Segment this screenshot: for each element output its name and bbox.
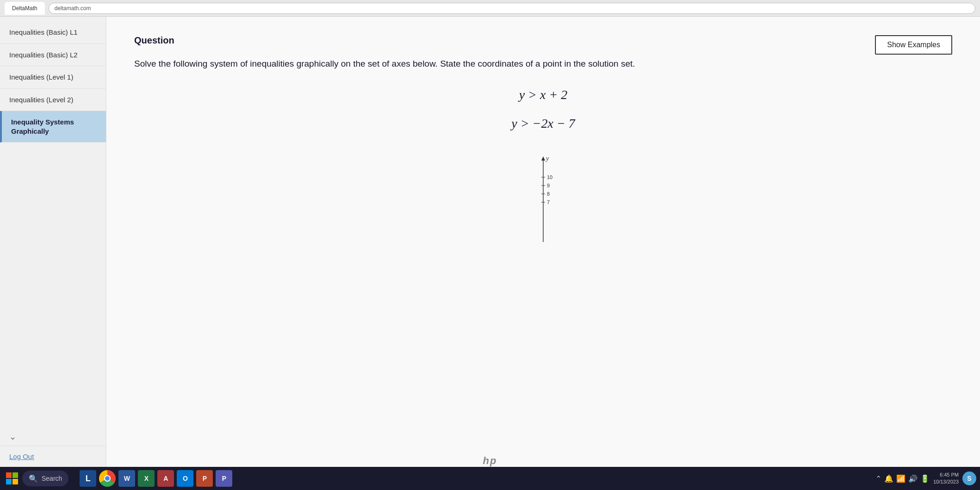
svg-rect-14	[12, 479, 18, 484]
volume-icon[interactable]: 🔊	[908, 474, 918, 483]
equation1: y > x + 2	[519, 87, 568, 102]
taskbar-search[interactable]: 🔍 Search	[22, 471, 68, 486]
windows-start-button[interactable]	[4, 470, 20, 487]
taskbar-app-l[interactable]: L	[80, 470, 96, 487]
sidebar-spacer	[0, 143, 106, 428]
svg-text:y: y	[545, 155, 549, 162]
sidebar-item-inequalities-basic-l1[interactable]: Inequalities (Basic) L1	[0, 21, 106, 44]
chrome-inner	[104, 475, 111, 482]
taskbar-app-outlook[interactable]: O	[177, 470, 193, 487]
question-header: Question	[134, 35, 952, 46]
taskbar: 🔍 Search L W X A O P P ⌃ 🔔 📶 🔊 🔋 6:45 PM…	[0, 467, 980, 490]
time: 6:45 PM	[933, 471, 959, 478]
chevron-icon[interactable]: ⌃	[875, 474, 881, 483]
taskbar-app-chrome[interactable]	[99, 470, 116, 487]
wifi-icon: 📶	[896, 474, 906, 483]
hp-logo: hp	[483, 455, 497, 467]
taskbar-app-pp2[interactable]: P	[216, 470, 232, 487]
content-area: Question Show Examples Solve the followi…	[106, 17, 980, 467]
search-label: Search	[42, 475, 62, 482]
taskbar-sys-tray: ⌃ 🔔 📶 🔊 🔋 6:45 PM 10/13/2023 S	[875, 471, 976, 486]
svg-rect-13	[6, 479, 12, 484]
taskbar-avatar[interactable]: S	[962, 471, 976, 485]
date: 10/13/2023	[933, 478, 959, 485]
sidebar: Inequalities (Basic) L1 Inequalities (Ba…	[0, 17, 106, 467]
sys-icons: ⌃ 🔔 📶 🔊 🔋	[875, 474, 930, 483]
browser-bar: DeltaMath deltamath.com	[0, 0, 980, 17]
show-examples-button[interactable]: Show Examples	[875, 35, 952, 55]
sidebar-item-inequalities-basic-l2[interactable]: Inequalities (Basic) L2	[0, 44, 106, 67]
notification-icon[interactable]: 🔔	[884, 474, 893, 483]
taskbar-apps: L W X A O P P	[80, 470, 232, 487]
svg-rect-12	[12, 472, 18, 478]
taskbar-app-excel[interactable]: X	[138, 470, 155, 487]
url-bar[interactable]: deltamath.com	[49, 3, 975, 14]
search-icon: 🔍	[29, 474, 38, 483]
browser-tab[interactable]: DeltaMath	[5, 2, 45, 15]
sidebar-logout-button[interactable]: Log Out	[0, 446, 106, 467]
taskbar-app-access[interactable]: A	[157, 470, 174, 487]
svg-rect-11	[6, 472, 12, 478]
math-equations: y > x + 2 y > −2x − 7	[134, 87, 952, 131]
svg-text:9: 9	[547, 183, 550, 188]
taskbar-app-word[interactable]: W	[118, 470, 135, 487]
main-layout: Inequalities (Basic) L1 Inequalities (Ba…	[0, 17, 980, 467]
taskbar-app-pp1[interactable]: P	[196, 470, 213, 487]
question-text: Solve the following system of inequaliti…	[134, 57, 689, 71]
svg-text:7: 7	[547, 199, 550, 205]
svg-text:10: 10	[547, 174, 552, 180]
battery-icon: 🔋	[920, 474, 930, 483]
time-display[interactable]: 6:45 PM 10/13/2023	[933, 471, 959, 486]
svg-marker-1	[541, 156, 545, 161]
sidebar-item-inequalities-level2[interactable]: Inequalities (Level 2)	[0, 89, 106, 112]
svg-text:8: 8	[547, 191, 550, 197]
equation2: y > −2x − 7	[511, 116, 575, 131]
sidebar-chevron-icon[interactable]: ⌄	[0, 428, 106, 446]
graph-area: y 10 9 8 7	[134, 154, 952, 247]
sidebar-item-inequalities-level1[interactable]: Inequalities (Level 1)	[0, 66, 106, 89]
sidebar-item-systems-graphically[interactable]: Inequality Systems Graphically	[0, 111, 106, 143]
axis-container: y 10 9 8 7	[497, 154, 589, 247]
coordinate-axis-svg: y 10 9 8 7	[497, 154, 589, 247]
